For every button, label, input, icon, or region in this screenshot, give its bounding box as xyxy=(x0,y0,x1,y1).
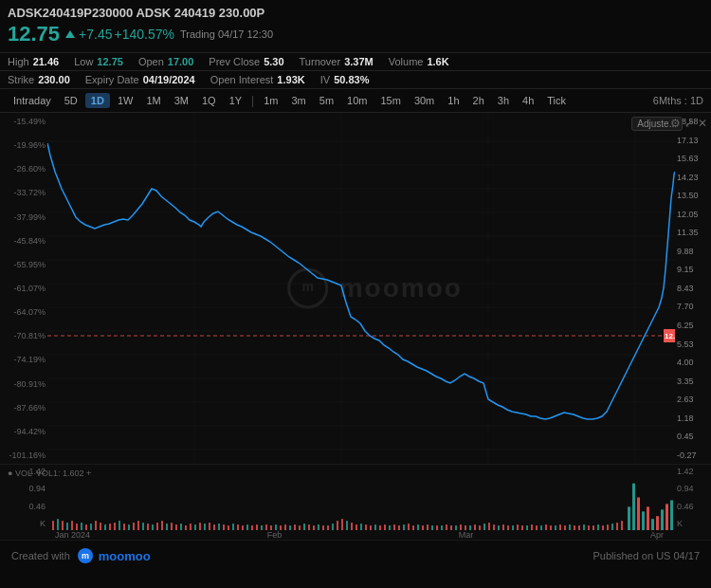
svg-rect-63 xyxy=(242,525,244,530)
y-right-7: 9.88 xyxy=(677,247,709,256)
vol-yr-low: 0.46 xyxy=(677,502,709,511)
tab-1min[interactable]: 1m xyxy=(258,93,283,108)
svg-rect-106 xyxy=(446,524,447,530)
header: ADSK240419P230000 ADSK 240419 230.00P 12… xyxy=(0,0,711,53)
low-value: 12.75 xyxy=(97,56,123,67)
y-left-9: -70.81% xyxy=(2,331,46,340)
tab-1m[interactable]: 1M xyxy=(140,93,166,108)
footer-logo: m moomoo xyxy=(76,546,151,565)
current-price: 12.75 xyxy=(8,22,60,46)
high-value: 21.46 xyxy=(33,56,60,67)
svg-rect-130 xyxy=(559,524,561,530)
volume-label: Volume xyxy=(389,56,424,67)
tab-tick[interactable]: Tick xyxy=(541,93,572,108)
svg-rect-99 xyxy=(412,525,414,530)
vol-y-right: 1.42 0.94 0.46 K xyxy=(675,465,711,530)
svg-rect-105 xyxy=(441,525,443,530)
tab-15min[interactable]: 15m xyxy=(374,93,406,108)
svg-rect-93 xyxy=(384,524,386,530)
stat-open-interest: Open Interest 1.93K xyxy=(210,74,305,85)
tab-1w[interactable]: 1W xyxy=(112,93,139,108)
svg-rect-80 xyxy=(322,525,324,530)
tab-intraday[interactable]: Intraday xyxy=(8,93,57,108)
tab-3m[interactable]: 3M xyxy=(169,93,194,108)
svg-rect-140 xyxy=(607,524,609,530)
svg-rect-142 xyxy=(616,523,618,530)
svg-rect-51 xyxy=(185,525,187,530)
price-row: 12.75 +7.45 +140.57% Trading 04/17 12:30 xyxy=(8,22,703,46)
tab-1h[interactable]: 1h xyxy=(442,93,465,108)
stat-strike: Strike 230.00 xyxy=(8,74,70,85)
svg-rect-96 xyxy=(398,525,400,530)
tab-2h[interactable]: 2h xyxy=(467,93,490,108)
svg-rect-153 xyxy=(670,500,673,530)
svg-rect-54 xyxy=(199,523,201,530)
tab-3min[interactable]: 3m xyxy=(286,93,312,108)
svg-rect-100 xyxy=(417,524,419,530)
open-interest-label: Open Interest xyxy=(210,74,274,85)
svg-rect-33 xyxy=(100,523,101,530)
fullscreen-icon[interactable]: ⤢ xyxy=(684,117,694,130)
chart-area: -15.49% -19.96% -26.60% -33.72% -37.99% … xyxy=(0,113,711,464)
svg-rect-126 xyxy=(540,525,542,530)
svg-rect-124 xyxy=(531,524,533,530)
svg-rect-146 xyxy=(637,498,640,531)
tab-1q[interactable]: 1Q xyxy=(196,93,222,108)
arrow-up-icon xyxy=(65,30,75,38)
svg-rect-115 xyxy=(488,523,490,530)
tab-4h[interactable]: 4h xyxy=(517,93,539,108)
y-axis-right: 18.58 17.13 15.63 14.23 13.50 12.05 11.3… xyxy=(675,113,711,464)
svg-rect-110 xyxy=(465,525,466,530)
svg-rect-66 xyxy=(256,524,258,530)
y-left-5: -45.84% xyxy=(2,236,46,246)
y-right-5: 12.05 xyxy=(677,210,709,219)
chart-icons: ⚙ ⤢ ✕ xyxy=(670,117,707,130)
svg-rect-79 xyxy=(318,524,319,530)
svg-rect-53 xyxy=(194,524,196,530)
tab-30min[interactable]: 30m xyxy=(409,93,440,108)
expiry-value: 04/19/2024 xyxy=(143,74,195,85)
y-left-10: -74.19% xyxy=(2,355,46,364)
change-pct: +140.57% xyxy=(115,27,174,42)
close-icon[interactable]: ✕ xyxy=(698,117,707,130)
moomoo-footer-icon: m xyxy=(76,546,95,565)
tab-1d[interactable]: 1D xyxy=(85,93,110,108)
svg-rect-58 xyxy=(218,524,220,530)
y-left-11: -80.91% xyxy=(2,379,46,389)
settings-icon[interactable]: ⚙ xyxy=(670,117,681,130)
svg-rect-29 xyxy=(81,523,82,530)
svg-rect-39 xyxy=(128,524,130,530)
svg-rect-78 xyxy=(313,525,315,530)
svg-rect-129 xyxy=(555,525,556,530)
svg-rect-145 xyxy=(632,484,635,530)
stat-turnover: Turnover 3.37M xyxy=(300,56,374,67)
tab-5d[interactable]: 5D xyxy=(59,93,83,108)
y-left-12: -87.66% xyxy=(2,403,46,413)
svg-rect-128 xyxy=(550,525,552,530)
price-change: +7.45 +140.57% xyxy=(65,27,174,42)
open-label: Open xyxy=(138,56,164,67)
y-axis-left: -15.49% -19.96% -26.60% -33.72% -37.99% … xyxy=(0,113,47,464)
svg-rect-122 xyxy=(521,525,523,530)
svg-rect-104 xyxy=(436,525,438,530)
stat-prev-close: Prev Close 5.30 xyxy=(209,56,283,67)
tab-3h[interactable]: 3h xyxy=(492,93,515,108)
svg-rect-37 xyxy=(118,521,120,530)
strike-label: Strike xyxy=(8,74,34,85)
expiry-label: Expiry Date xyxy=(85,74,139,85)
vol-y-top: 1.42 xyxy=(2,467,46,476)
svg-rect-82 xyxy=(332,524,334,530)
y-right-4: 13.50 xyxy=(677,191,709,200)
svg-rect-108 xyxy=(455,525,457,530)
tab-5min[interactable]: 5m xyxy=(314,93,339,108)
svg-rect-139 xyxy=(602,525,604,530)
svg-rect-52 xyxy=(190,524,191,530)
tab-10min[interactable]: 10m xyxy=(341,93,373,108)
svg-rect-138 xyxy=(597,524,599,530)
svg-rect-125 xyxy=(536,525,538,530)
svg-rect-24 xyxy=(57,519,59,530)
svg-rect-90 xyxy=(370,525,372,530)
svg-rect-81 xyxy=(327,525,329,530)
tab-1y[interactable]: 1Y xyxy=(224,93,247,108)
y-right-6: 11.35 xyxy=(677,228,709,237)
